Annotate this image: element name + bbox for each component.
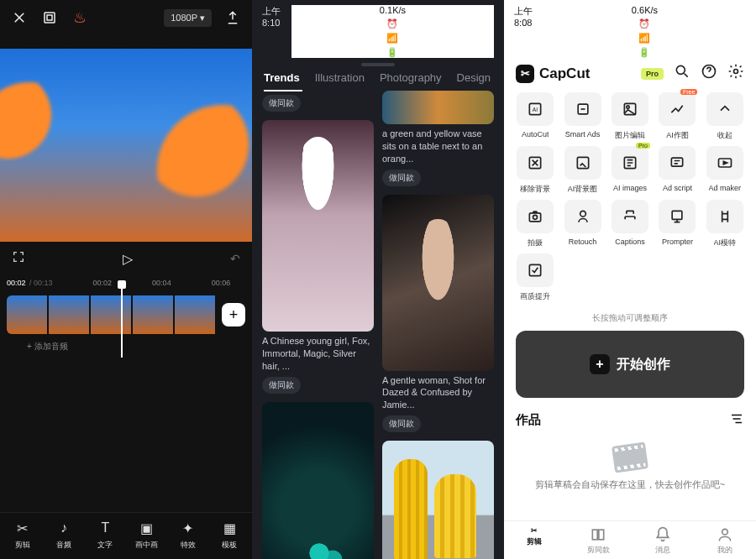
grid-tool-Smart Ads[interactable]: Smart Ads <box>559 92 605 141</box>
help-icon[interactable] <box>701 63 717 84</box>
bell-icon <box>654 526 671 543</box>
resolution-selector[interactable]: 1080P ▾ <box>164 9 212 27</box>
grid-tool-AI背景图[interactable]: AI背景图 <box>559 146 605 195</box>
user-icon <box>717 526 733 543</box>
settings-icon[interactable] <box>727 63 744 84</box>
tab-photography[interactable]: Photography <box>380 71 442 84</box>
grid-tool-拍摄[interactable]: 拍摄 <box>512 200 558 248</box>
grid-tool-收起[interactable]: 收起 <box>702 92 748 141</box>
make-same-button[interactable]: 做同款 <box>382 170 421 186</box>
tab-trends[interactable]: Trends <box>264 71 300 84</box>
card-image[interactable] <box>262 120 374 332</box>
video-preview[interactable] <box>0 49 252 242</box>
search-icon[interactable] <box>674 63 690 84</box>
battery-icon: 🔋 <box>386 47 398 58</box>
tab-me[interactable]: 我的 <box>717 526 733 556</box>
tool-icon <box>706 146 743 180</box>
tool-label: AutoCut <box>522 130 549 138</box>
content-card[interactable]: a green and yellow vase sits on a table … <box>382 91 494 186</box>
grid-tool-Ad maker[interactable]: Ad maker <box>702 146 748 195</box>
tool-template[interactable]: ▦ 模板 <box>211 520 248 551</box>
works-title: 作品 <box>516 412 541 428</box>
pro-badge[interactable]: Pro <box>641 68 664 80</box>
clip-thumb[interactable] <box>49 295 89 334</box>
content-card[interactable]: 做同款 <box>262 91 374 112</box>
content-card[interactable] <box>262 402 374 559</box>
flame-icon[interactable]: ♨ <box>71 8 89 27</box>
card-image[interactable] <box>382 91 494 124</box>
tool-icon <box>612 92 648 126</box>
tool-label: 剪辑 <box>15 540 30 551</box>
content-grid[interactable]: 做同款 A Chinese young girl, Fox, Immortal,… <box>252 91 504 559</box>
svg-rect-15 <box>530 213 541 222</box>
playhead[interactable] <box>121 285 123 358</box>
tool-cut[interactable]: ✂ 剪辑 <box>4 520 41 551</box>
make-same-button[interactable]: 做同款 <box>262 95 301 112</box>
tool-text[interactable]: T 文字 <box>87 520 123 551</box>
export-icon[interactable] <box>223 8 242 27</box>
tool-pip[interactable]: ▣ 画中画 <box>129 520 165 551</box>
status-time: 上午8:10 <box>262 5 291 58</box>
tool-icon <box>517 146 554 180</box>
close-icon[interactable] <box>10 8 29 27</box>
clip-thumb[interactable] <box>7 295 47 334</box>
grid-tool-AutoCut[interactable]: AIAutoCut <box>512 92 558 141</box>
grid-tool-AI模特[interactable]: AI模特 <box>702 200 748 248</box>
grid-tool-Captions[interactable]: Captions <box>607 200 653 248</box>
sort-icon[interactable] <box>729 411 744 429</box>
play-button[interactable]: ▷ <box>123 251 133 267</box>
add-audio-button[interactable]: + 添加音频 <box>27 341 68 353</box>
ruler-mark: 00:02 <box>93 279 113 287</box>
tool-label: Prompter <box>662 238 693 246</box>
add-clip-button[interactable]: + <box>222 303 245 327</box>
tool-icon <box>564 146 601 180</box>
tab-design[interactable]: Design <box>457 71 491 84</box>
capcut-icon: ✂ <box>516 65 534 83</box>
content-card[interactable]: Tokyo coloured living, on the street, ye… <box>382 441 494 559</box>
svg-rect-21 <box>599 530 604 540</box>
card-image[interactable] <box>262 402 374 559</box>
header: ✂ CapCut Pro <box>504 60 756 91</box>
drag-handle[interactable] <box>361 63 395 66</box>
fullscreen-icon[interactable] <box>12 250 25 267</box>
grid-tool-AI作图[interactable]: FreeAI作图 <box>654 92 700 141</box>
aspect-ratio-icon[interactable] <box>40 8 59 27</box>
grid-tool-Ad script[interactable]: Ad script <box>654 146 700 195</box>
clip-thumb[interactable] <box>133 295 173 334</box>
svg-point-9 <box>627 106 629 108</box>
svg-rect-1 <box>47 15 52 20</box>
undo-icon[interactable]: ↶ <box>230 252 240 265</box>
content-card[interactable]: A gentle woman, Shot for Dazed & Confuse… <box>382 195 494 433</box>
clip-thumb[interactable] <box>91 295 131 334</box>
timeline-ruler: 00:02 / 00:13 00:02 00:04 00:06 <box>0 275 252 289</box>
make-same-button[interactable]: 做同款 <box>262 377 301 394</box>
clip-thumb[interactable] <box>175 295 215 334</box>
make-same-button[interactable]: 做同款 <box>382 415 421 432</box>
grid-tool-图片编辑[interactable]: 图片编辑 <box>607 92 653 141</box>
status-net: 0.6K/s <box>632 5 658 15</box>
tab-messages[interactable]: 消息 <box>654 526 671 556</box>
grid-tool-画质提升[interactable]: 画质提升 <box>512 253 558 302</box>
tab-illustration[interactable]: Illustration <box>315 71 365 84</box>
card-image[interactable] <box>382 441 494 559</box>
tool-label: Retouch <box>569 238 597 246</box>
tool-audio[interactable]: ♪ 音频 <box>45 520 82 551</box>
video-track[interactable]: + <box>7 295 245 334</box>
tool-fx[interactable]: ✦ 特效 <box>170 520 207 551</box>
content-card[interactable]: A Chinese young girl, Fox, Immortal, Mag… <box>262 120 374 394</box>
template-icon: ▦ <box>221 520 238 536</box>
create-button[interactable]: + 开始创作 <box>516 331 744 398</box>
tool-label: AI作图 <box>666 130 689 141</box>
grid-tool-Prompter[interactable]: Prompter <box>654 200 700 248</box>
tab-label: 剪辑 <box>527 536 542 547</box>
pip-icon: ▣ <box>139 520 155 536</box>
grid-tool-AI images[interactable]: ProAI images <box>607 146 653 195</box>
timeline[interactable]: + + 添加音频 <box>0 290 252 358</box>
grid-tool-移除背景[interactable]: 移除背景 <box>512 146 558 195</box>
tab-same[interactable]: 剪同款 <box>587 526 610 556</box>
grid-tool-Retouch[interactable]: Retouch <box>559 200 605 248</box>
tab-edit[interactable]: ✂ 剪辑 <box>527 526 542 556</box>
card-image[interactable] <box>382 195 494 371</box>
tool-label: 画质提升 <box>520 291 550 302</box>
alarm-icon: ⏰ <box>386 18 398 29</box>
